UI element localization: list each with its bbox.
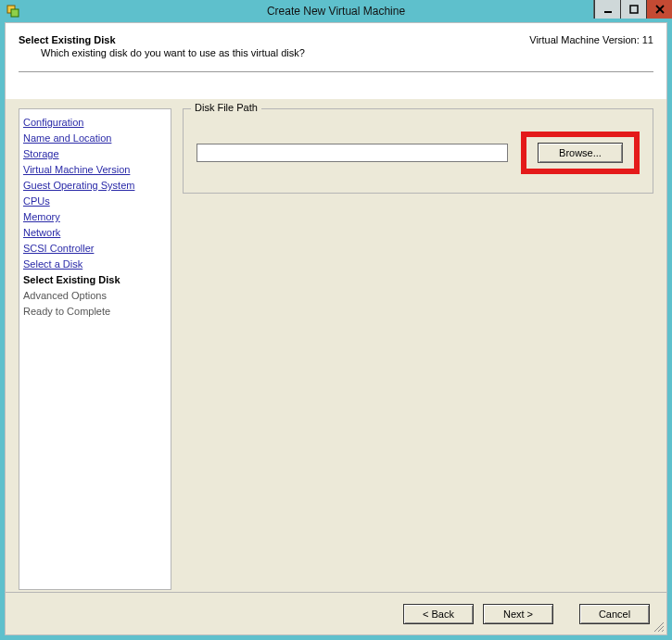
disk-path-input[interactable]: [197, 144, 508, 162]
step-scsi[interactable]: SCSI Controller: [23, 241, 167, 257]
step-cpus[interactable]: CPUs: [23, 194, 167, 209]
step-storage[interactable]: Storage: [23, 146, 167, 162]
page-subtitle: Which existing disk do you want to use a…: [19, 47, 653, 58]
minimize-button[interactable]: [594, 0, 620, 19]
step-select-disk[interactable]: Select a Disk: [23, 257, 167, 272]
disk-file-path-group: Disk File Path Browse...: [183, 108, 653, 194]
title-bar[interactable]: Create New Virtual Machine: [0, 0, 672, 22]
wizard-footer: < Back Next > Cancel: [6, 592, 666, 634]
header-separator: [19, 71, 653, 72]
step-vm-version[interactable]: Virtual Machine Version: [23, 162, 167, 178]
vm-version-label: Virtual Machine Version: 11: [529, 34, 653, 45]
step-ready-complete: Ready to Complete: [23, 304, 167, 320]
main-panel: Disk File Path Browse...: [171, 108, 653, 599]
step-name-location[interactable]: Name and Location: [23, 131, 167, 146]
svg-line-8: [662, 630, 664, 632]
close-button[interactable]: [646, 0, 672, 19]
dialog-header: Select Existing Disk Which existing disk…: [6, 23, 666, 99]
back-button[interactable]: < Back: [403, 604, 474, 624]
window-controls: [593, 0, 672, 19]
step-network[interactable]: Network: [23, 225, 167, 241]
wizard-steps-sidebar: Configuration Name and Location Storage …: [19, 108, 171, 590]
step-memory[interactable]: Memory: [23, 209, 167, 225]
svg-rect-3: [630, 6, 638, 13]
step-guest-os[interactable]: Guest Operating System: [23, 178, 167, 194]
step-advanced-options: Advanced Options: [23, 288, 167, 304]
next-button[interactable]: Next >: [483, 604, 553, 624]
svg-rect-1: [11, 9, 19, 17]
dialog-body: Configuration Name and Location Storage …: [6, 99, 666, 634]
dialog-client: Select Existing Disk Which existing disk…: [5, 22, 667, 635]
maximize-button[interactable]: [620, 0, 646, 19]
app-icon: [6, 4, 20, 19]
browse-highlight: Browse...: [521, 132, 640, 174]
resize-grip-icon[interactable]: [652, 620, 665, 633]
cancel-button[interactable]: Cancel: [579, 604, 650, 624]
groupbox-legend: Disk File Path: [191, 102, 261, 113]
window-chrome: Create New Virtual Machine Select Existi…: [0, 0, 672, 640]
browse-button[interactable]: Browse...: [538, 143, 623, 163]
step-configuration[interactable]: Configuration: [23, 115, 167, 131]
step-select-existing-disk: Select Existing Disk: [23, 272, 167, 288]
window-title: Create New Virtual Machine: [267, 5, 405, 18]
